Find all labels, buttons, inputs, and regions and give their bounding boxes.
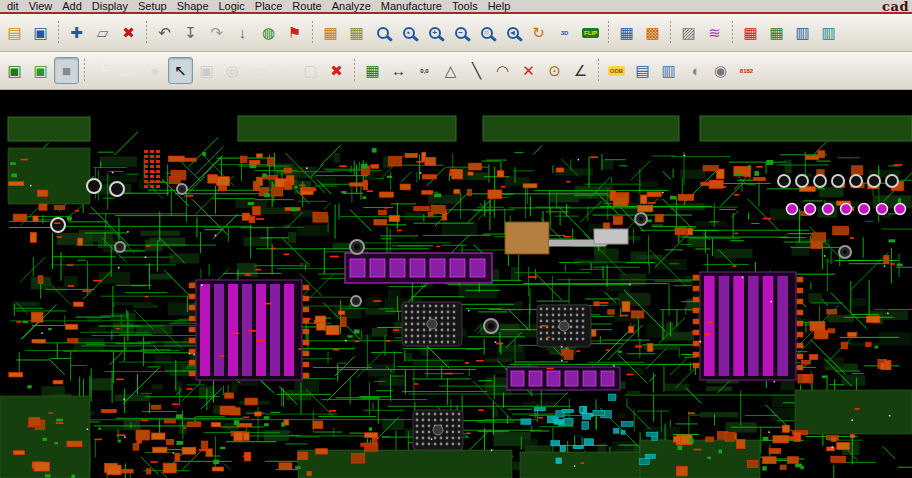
property-edit-button[interactable]: ↧	[178, 19, 203, 46]
place-component-button[interactable]: ▦	[360, 57, 385, 84]
toolbar-separator	[311, 21, 314, 45]
delete-vertex-button[interactable]: ✖	[324, 57, 349, 84]
dfa-table-icon: ▦	[743, 25, 757, 40]
3d-icon: 3D	[561, 30, 569, 36]
add-connect-button[interactable]: ╰	[90, 57, 115, 84]
add-circle-button[interactable]: ●	[142, 57, 167, 84]
shape-arc-button[interactable]: ◎	[220, 57, 245, 84]
shape-circle-button[interactable]: ○	[272, 57, 297, 84]
move-button[interactable]: ✚	[64, 19, 89, 46]
view-3d-button[interactable]: 3D	[552, 19, 577, 46]
magnifier-previous-icon: ◂	[507, 27, 519, 39]
reports2-button[interactable]: ▥	[656, 57, 681, 84]
zoom-points-button[interactable]	[370, 19, 395, 46]
library-button[interactable]: ▤	[630, 57, 655, 84]
color-priority-button[interactable]: ▩	[640, 19, 665, 46]
open-button[interactable]: ▤	[2, 19, 27, 46]
cadence-logo: cad	[882, 0, 909, 14]
shape-copy-button[interactable]: ▣	[194, 57, 219, 84]
net-8182-icon: 8182	[740, 68, 753, 74]
grid-dots-icon: ▦	[349, 25, 363, 40]
shape-rect-button[interactable]: ▭	[246, 57, 271, 84]
redraw-button[interactable]: ↻	[526, 19, 551, 46]
grid-toggle-button[interactable]: ▦	[318, 19, 343, 46]
zoom-out-button[interactable]: −	[448, 19, 473, 46]
filled-rect-icon: ▬	[121, 63, 136, 78]
undo-button[interactable]: ↶	[152, 19, 177, 46]
grid-snap-button[interactable]: ▦	[344, 19, 369, 46]
grid-icon: ▦	[323, 25, 337, 40]
dfa-spreadsheet-button[interactable]: ▦	[738, 19, 763, 46]
menu-bar: ditViewAddDisplaySetupShapeLogicPlaceRou…	[0, 0, 912, 14]
menu-place[interactable]: Place	[250, 0, 288, 12]
grid-settings-button[interactable]: ▦	[614, 19, 639, 46]
chip-icon: ▦	[365, 63, 379, 78]
unrats-all-button[interactable]: ▣	[2, 57, 27, 84]
dimension-linear-button[interactable]: ↔	[386, 57, 411, 84]
menu-display[interactable]: Display	[87, 0, 133, 12]
redo-icon: ↷	[210, 25, 223, 40]
align-button[interactable]: ∠	[568, 57, 593, 84]
shape-slot-button[interactable]: ▢	[298, 57, 323, 84]
dimension-angular-button[interactable]: △	[438, 57, 463, 84]
menu-tools[interactable]: Tools	[447, 0, 483, 12]
menu-view[interactable]: View	[24, 0, 58, 12]
menu-route[interactable]: Route	[287, 0, 326, 12]
redraw-icon: ↻	[532, 25, 545, 40]
camera-icon: ◉	[714, 63, 727, 78]
pcb-design-canvas[interactable]	[0, 90, 912, 478]
dimension-leader-button[interactable]: ╲	[464, 57, 489, 84]
menu-logic[interactable]: Logic	[214, 0, 250, 12]
layer-stack-icon: ≋	[708, 25, 721, 40]
angular-dimension-icon: △	[445, 63, 457, 78]
zoom-previous-button[interactable]: ◂	[500, 19, 525, 46]
rect-outline-icon: ▭	[251, 63, 265, 78]
pin-button[interactable]: ⚑	[282, 19, 307, 46]
properties-button[interactable]: ▥	[790, 19, 815, 46]
redo-button[interactable]: ↷	[204, 19, 229, 46]
flip-design-button[interactable]: FLIP	[578, 19, 603, 46]
constraint-manager-button[interactable]: ▦	[764, 19, 789, 46]
angle-icon: ∠	[574, 63, 587, 78]
zoom-world-button[interactable]: ○	[474, 19, 499, 46]
book2-icon: ▥	[661, 63, 675, 78]
reports-button[interactable]: ▥	[816, 19, 841, 46]
menu-manufacture[interactable]: Manufacture	[376, 0, 447, 12]
cross-section-button[interactable]: ≋	[702, 19, 727, 46]
toolbar-separator	[731, 21, 734, 45]
net-highlight-button[interactable]: 8182	[734, 57, 759, 84]
rats-all-button[interactable]: ▣	[28, 57, 53, 84]
toolbar-tools: ▣▣■╰▬●↖▣◎▭○▢✖▦↔0,0△╲◠✕⊙∠ODB▤▥◖◉8182	[0, 52, 912, 90]
zoom-fit-button[interactable]: ▪	[396, 19, 421, 46]
audio-note-button[interactable]: ◖	[682, 57, 707, 84]
web-publish-button[interactable]: ◍	[256, 19, 281, 46]
magnifier-world-icon: ○	[481, 27, 493, 39]
copy-button[interactable]: ▱	[90, 19, 115, 46]
menu-add[interactable]: Add	[57, 0, 87, 12]
menu-analyze[interactable]: Analyze	[327, 0, 376, 12]
shadow-mode-button[interactable]: ▨	[676, 19, 701, 46]
add-rect-button[interactable]: ▬	[116, 57, 141, 84]
drop-command-button[interactable]: ↓	[230, 19, 255, 46]
select-tool-button[interactable]: ↖	[168, 57, 193, 84]
book-icon: ▤	[635, 63, 649, 78]
dimension-radial-button[interactable]: ◠	[490, 57, 515, 84]
copy-icon: ▱	[97, 25, 109, 40]
menu-setup[interactable]: Setup	[133, 0, 172, 12]
pushpin-icon: ⚑	[288, 25, 301, 40]
measure-button[interactable]: ⊙	[542, 57, 567, 84]
dimension-datum-button[interactable]: 0,0	[412, 57, 437, 84]
toolbar-main: ▤▣✚▱✖↶↧↷↓◍⚑▦▦▪+−○◂↻3DFLIP▦▩▨≋▦▦▥▥	[0, 14, 912, 52]
report-table-icon: ▥	[821, 25, 835, 40]
menu-shape[interactable]: Shape	[172, 0, 214, 12]
odb-export-button[interactable]: ODB	[604, 57, 629, 84]
menu-dit[interactable]: dit	[2, 0, 24, 12]
save-button[interactable]: ▣	[28, 19, 53, 46]
menu-help[interactable]: Help	[483, 0, 516, 12]
delete-button[interactable]: ✖	[116, 19, 141, 46]
zoom-in-button[interactable]: +	[422, 19, 447, 46]
snapshot-button[interactable]: ◉	[708, 57, 733, 84]
circle-outline-icon: ○	[280, 63, 289, 78]
shadow-toggle-button[interactable]: ■	[54, 57, 79, 84]
delete-dimension-button[interactable]: ✕	[516, 57, 541, 84]
